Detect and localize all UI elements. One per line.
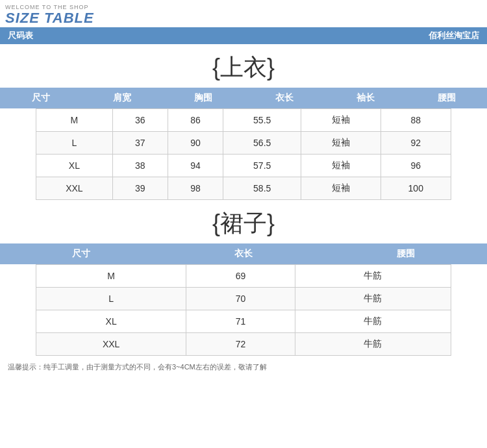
- table-row: M368655.5短袖88: [36, 109, 451, 132]
- site-title: SIZE TABLE: [5, 10, 482, 26]
- table-cell: 36: [112, 109, 168, 132]
- footer-note: 温馨提示：纯手工调量，由于测量方式的不同，会有3~4CM左右的误差，敬请了解: [0, 356, 487, 376]
- table-cell: 牛筋: [295, 310, 451, 333]
- col-length: 衣长: [244, 92, 325, 104]
- table-cell: 86: [168, 109, 223, 132]
- table-cell: 100: [381, 177, 451, 200]
- col-shoulder: 肩宽: [81, 92, 162, 104]
- bottom-table-header: 尺寸 衣长 腰围: [0, 243, 487, 264]
- top-section: {上衣} 尺寸 肩宽 胸围 衣长 袖长 腰围 M368655.5短袖88L379…: [0, 44, 487, 200]
- col-waist: 腰围: [406, 92, 487, 104]
- col-size2: 尺寸: [0, 248, 162, 260]
- table-row: L70牛筋: [36, 288, 451, 310]
- col-size: 尺寸: [0, 92, 81, 104]
- bottom-section-title: {裙子}: [0, 200, 487, 243]
- table-cell: 牛筋: [295, 265, 451, 288]
- table-cell: 88: [381, 109, 451, 132]
- shop-name: 佰利丝淘宝店: [429, 30, 479, 42]
- table-cell: XXL: [36, 177, 113, 200]
- top-data-table: M368655.5短袖88L379056.5短袖92XL389457.5短袖96…: [36, 108, 451, 200]
- table-cell: XXL: [36, 333, 186, 356]
- table-cell: 96: [381, 155, 451, 177]
- table-cell: 56.5: [223, 132, 301, 155]
- table-cell: 37: [112, 132, 168, 155]
- table-cell: 牛筋: [295, 333, 451, 356]
- table-cell: 69: [186, 265, 295, 288]
- col-length2: 衣长: [162, 248, 325, 260]
- table-cell: XL: [36, 155, 113, 177]
- col-chest: 胸围: [162, 92, 244, 104]
- table-cell: M: [36, 109, 113, 132]
- table-row: XXL399858.5短袖100: [36, 177, 451, 200]
- table-row: L379056.5短袖92: [36, 132, 451, 155]
- table-row: XXL72牛筋: [36, 333, 451, 356]
- table-cell: 98: [168, 177, 223, 200]
- top-table-header: 尺寸 肩宽 胸围 衣长 袖长 腰围: [0, 88, 487, 108]
- table-cell: 牛筋: [295, 288, 451, 310]
- table-row: XL71牛筋: [36, 310, 451, 333]
- table-cell: 57.5: [223, 155, 301, 177]
- table-cell: 90: [168, 132, 223, 155]
- table-cell: 38: [112, 155, 168, 177]
- nav-label: 尺码表: [8, 30, 33, 42]
- table-row: M69牛筋: [36, 265, 451, 288]
- table-cell: M: [36, 265, 186, 288]
- header: WELCOME TO THE SHOP SIZE TABLE: [0, 0, 487, 27]
- table-cell: 58.5: [223, 177, 301, 200]
- table-cell: 94: [168, 155, 223, 177]
- table-cell: 短袖: [301, 155, 381, 177]
- table-cell: 短袖: [301, 132, 381, 155]
- col-waist2: 腰围: [325, 248, 487, 260]
- table-cell: 短袖: [301, 177, 381, 200]
- bottom-section: {裙子} 尺寸 衣长 腰围 M69牛筋L70牛筋XL71牛筋XXL72牛筋: [0, 200, 487, 356]
- top-section-title: {上衣}: [0, 44, 487, 88]
- nav-bar: 尺码表 佰利丝淘宝店: [0, 27, 487, 44]
- table-cell: 71: [186, 310, 295, 333]
- table-cell: 39: [112, 177, 168, 200]
- table-cell: 70: [186, 288, 295, 310]
- table-cell: L: [36, 132, 113, 155]
- bottom-data-table: M69牛筋L70牛筋XL71牛筋XXL72牛筋: [36, 264, 451, 356]
- table-cell: L: [36, 288, 186, 310]
- table-cell: 55.5: [223, 109, 301, 132]
- col-sleeve: 袖长: [325, 92, 406, 104]
- table-cell: 72: [186, 333, 295, 356]
- table-cell: 短袖: [301, 109, 381, 132]
- table-cell: XL: [36, 310, 186, 333]
- table-cell: 92: [381, 132, 451, 155]
- table-row: XL389457.5短袖96: [36, 155, 451, 177]
